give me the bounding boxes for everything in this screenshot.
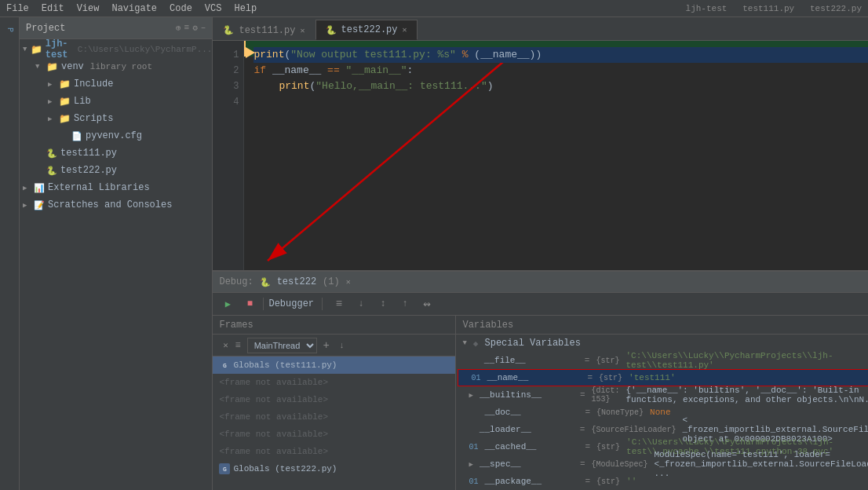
menu-code[interactable]: Code — [170, 3, 192, 14]
tab1-close[interactable]: ✕ — [300, 26, 305, 35]
tree-test111[interactable]: 🐍 test111.py — [20, 144, 212, 162]
expand-icon: ▶ — [469, 460, 472, 469]
menu-view[interactable]: View — [77, 3, 100, 14]
frame-label: Globals (test111.py) — [233, 360, 337, 370]
var-name-row[interactable]: 01 __name__ = {str} 'test111' — [458, 369, 868, 386]
tree-test222[interactable]: 🐍 test222.py — [20, 162, 212, 179]
variables-header: Variables — [456, 316, 868, 335]
panel-minus-icon[interactable]: – — [201, 23, 206, 33]
debug-close-icon[interactable]: ✕ — [346, 277, 351, 287]
code-content[interactable]: print("Now output test111.py: %s" % (__n… — [244, 41, 868, 270]
thread-select[interactable]: MainThread — [247, 338, 317, 353]
var-value: {'__name__': 'builtins', '__doc__': 'Bui… — [626, 386, 869, 404]
var-value: ModuleSpec(name='test111', loader=<_froz… — [655, 450, 869, 478]
code-fn: print — [253, 49, 284, 60]
py-icon: 🐍 — [46, 148, 57, 159]
var-eq: = — [585, 442, 590, 452]
var-builtins-row[interactable]: ▶ __builtins__ = {dict: 153} {'__name__'… — [456, 386, 868, 404]
lib-label: Lib — [74, 96, 91, 107]
tab1-label: test111.py — [239, 25, 295, 36]
tree-external[interactable]: ▶ 📊 External Libraries — [20, 179, 212, 196]
var-type: {str} — [596, 357, 619, 365]
include-label: Include — [74, 79, 113, 90]
folder-icon: 📁 — [46, 61, 58, 73]
nav-down-btn[interactable]: ↓ — [336, 339, 348, 352]
frame-na-4[interactable]: <frame not available> — [213, 426, 455, 443]
debug-py-icon: 🐍 — [260, 277, 271, 287]
frame-na-3[interactable]: <frame not available> — [213, 408, 455, 426]
expand-icon: ▶ — [23, 201, 31, 210]
frame-na-5[interactable]: <frame not available> — [213, 443, 455, 460]
run-config-label: ljh-test test111.py test222.py — [686, 4, 862, 13]
var-num: 01 — [469, 443, 481, 452]
expand-icon: ▶ — [48, 80, 56, 89]
var-name: __doc__ — [484, 408, 578, 417]
debug-title-label: Debug: — [219, 276, 253, 287]
tab-test222[interactable]: 🐍 test222.py ✕ — [315, 20, 418, 40]
run-indicator — [246, 47, 255, 58]
var-loader-row[interactable]: __loader__ = {SourceFileLoader} < _froze… — [456, 421, 868, 438]
code-line-2: if __name__ == "__main__": — [253, 63, 868, 79]
panel-sync-icon[interactable]: ⊕ — [176, 23, 181, 33]
variables-content: ▼ ◆ Special Variables __file__ = {str} '… — [456, 335, 868, 490]
tree-include[interactable]: ▶ 📁 Include — [20, 75, 212, 93]
step-out-btn[interactable]: ↑ — [396, 295, 414, 313]
var-file-row[interactable]: __file__ = {str} 'C:\\Users\\Lucky\\Pych… — [456, 352, 868, 369]
scratches-label: Scratches and Consoles — [48, 199, 172, 210]
frames-list: G Globals (test111.py) <frame not availa… — [213, 357, 455, 490]
scripts-label: Scripts — [74, 113, 113, 124]
step-into-btn[interactable]: ↓ — [352, 295, 370, 313]
folder-icon: 📁 — [31, 44, 42, 56]
menu-navigate[interactable]: Navigate — [111, 3, 157, 14]
menu-help[interactable]: Help — [234, 3, 257, 14]
close-btn[interactable]: ✕ — [219, 339, 232, 352]
frame-na-2[interactable]: <frame not available> — [213, 391, 455, 408]
panel-title: Project — [26, 23, 65, 34]
tree-scripts[interactable]: ▶ 📁 Scripts — [20, 110, 212, 127]
var-eq: = — [580, 425, 585, 434]
folder-icon: 📁 — [59, 96, 71, 108]
var-type: {NoneType} — [596, 408, 644, 417]
tree-root[interactable]: ▼ 📁 ljh-test C:\Users\Lucky\PycharmP... — [20, 41, 212, 58]
var-type: {str} — [599, 374, 622, 382]
var-name: __name__ — [487, 373, 581, 382]
tab2-close[interactable]: ✕ — [403, 25, 407, 35]
panel-list-icon[interactable]: ≡ — [184, 23, 190, 33]
tree-pyvenv[interactable]: 📄 pyvenv.cfg — [20, 127, 212, 144]
right-area: 🐍 test111.py ✕ 🐍 test222.py ✕ 1 — [213, 17, 868, 490]
tree-venv[interactable]: ▼ 📁 venv library root — [20, 58, 212, 75]
line-num-4: 4 — [213, 94, 239, 110]
tree-lib[interactable]: ▶ 📁 Lib — [20, 93, 212, 110]
frame-globals-test111[interactable]: G Globals (test111.py) — [213, 357, 455, 374]
cfg-icon: 📄 — [71, 131, 82, 141]
tree-scratches[interactable]: ▶ 📝 Scratches and Consoles — [20, 196, 212, 214]
resume-button[interactable]: ▶ — [219, 295, 236, 313]
thread-row: ✕ ≡ MainThread + ↓ — [213, 335, 455, 357]
frame-na-1[interactable]: <frame not available> — [213, 374, 455, 391]
var-value: '' — [626, 477, 636, 486]
var-spec-row[interactable]: ▶ __spec__ = {ModuleSpec} ModuleSpec(nam… — [456, 455, 868, 473]
menu-file[interactable]: File — [6, 3, 29, 14]
frame-globals-test222[interactable]: G Globals (test222.py) — [213, 460, 455, 477]
var-eq: = — [580, 459, 585, 469]
special-vars-header[interactable]: ▼ ◆ Special Variables — [456, 335, 868, 352]
step-into-my-btn[interactable]: ↕ — [374, 295, 392, 313]
panel-header: Project ⊕ ≡ ⚙ – — [20, 17, 212, 39]
run-cursor-btn[interactable]: ↭ — [418, 295, 436, 313]
venv-sublabel: library root — [90, 62, 152, 71]
step-over-btn[interactable]: ≡ — [330, 295, 348, 313]
run-arrow-icon — [246, 47, 255, 58]
menu-edit[interactable]: Edit — [42, 3, 64, 14]
tab-test111[interactable]: 🐍 test111.py ✕ — [213, 20, 315, 40]
menu-vcs[interactable]: VCS — [205, 3, 222, 14]
code-line-1: print("Now output test111.py: %s" % (__n… — [253, 47, 868, 63]
stop-button[interactable]: ■ — [241, 295, 258, 313]
var-type: {SourceFileLoader} — [591, 426, 676, 434]
project-icon[interactable]: P — [0, 20, 19, 39]
editor-area: 🐍 test111.py ✕ 🐍 test222.py ✕ 1 — [213, 17, 868, 270]
panel-gear-icon[interactable]: ⚙ — [192, 23, 198, 33]
add-btn[interactable]: + — [320, 339, 333, 352]
line-num-3: 3 — [213, 79, 239, 94]
debug-content: Frames ✕ ≡ MainThread + ↓ G — [213, 316, 868, 490]
folder-icon: 📁 — [59, 79, 71, 90]
